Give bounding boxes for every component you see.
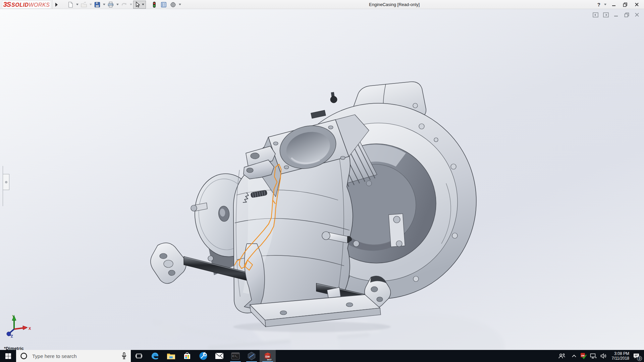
save-button[interactable] bbox=[93, 1, 102, 9]
save-dropdown[interactable] bbox=[102, 2, 106, 8]
cmd-prompt-text: C:\_ bbox=[232, 355, 238, 358]
store-icon bbox=[183, 352, 191, 360]
taskbar-app-edge[interactable] bbox=[147, 350, 163, 362]
main-toolbar bbox=[66, 0, 182, 9]
taskbar-app-file-explorer[interactable] bbox=[163, 350, 179, 362]
taskbar-app-store[interactable] bbox=[179, 350, 195, 362]
mail-icon bbox=[215, 353, 224, 359]
document-title: EngineCasing [Read-only] bbox=[369, 2, 420, 7]
minimize-button[interactable] bbox=[609, 1, 619, 9]
restore-button[interactable] bbox=[621, 1, 630, 9]
file-properties-button[interactable] bbox=[159, 1, 168, 9]
hexagon-app-icon bbox=[247, 352, 256, 360]
doc-minimize-button[interactable] bbox=[613, 12, 619, 17]
open-folder-icon bbox=[80, 1, 87, 8]
clock-time: 3:08 PM bbox=[614, 351, 629, 356]
command-prompt-icon: C:\_ bbox=[231, 352, 240, 360]
brand-mark: 3S bbox=[3, 1, 11, 8]
pane-right-icon[interactable] bbox=[603, 12, 609, 17]
solidworks-logo: 3SSOLIDWORKS bbox=[2, 0, 51, 9]
start-button[interactable] bbox=[0, 350, 16, 362]
action-center-button[interactable]: 3 bbox=[630, 350, 643, 362]
windows-taskbar: Type here to search bbox=[0, 350, 644, 362]
base-shadow bbox=[233, 321, 391, 332]
print-dropdown[interactable] bbox=[116, 2, 119, 8]
taskbar-app-solidworks[interactable]: SW 2017 bbox=[260, 350, 276, 362]
taskbar-app-command-prompt[interactable]: C:\_ bbox=[227, 350, 244, 362]
open-dropdown[interactable] bbox=[89, 2, 93, 8]
select-tool-dropdown[interactable] bbox=[141, 2, 145, 8]
brand-text: 3SSOLIDWORKS bbox=[3, 1, 50, 8]
task-view-icon bbox=[136, 353, 142, 359]
triad-y-label: Y bbox=[12, 314, 15, 318]
file-explorer-icon bbox=[167, 352, 175, 360]
hidden-icons-button[interactable] bbox=[570, 350, 578, 362]
edge-icon bbox=[151, 352, 159, 360]
divider bbox=[52, 0, 52, 9]
network-icon bbox=[590, 353, 597, 359]
people-button[interactable] bbox=[557, 350, 567, 362]
taskbar-app-composer[interactable] bbox=[244, 350, 260, 362]
people-icon bbox=[558, 353, 565, 359]
save-floppy-icon bbox=[94, 1, 101, 8]
engine-casing-model[interactable] bbox=[0, 9, 644, 350]
options-dropdown[interactable] bbox=[178, 2, 182, 8]
new-document-dropdown[interactable] bbox=[75, 2, 79, 8]
print-button[interactable] bbox=[106, 1, 115, 9]
task-view-button[interactable] bbox=[131, 350, 147, 362]
document-window-controls bbox=[592, 12, 640, 17]
speaker-icon bbox=[600, 353, 607, 359]
undo-icon bbox=[121, 1, 127, 8]
microphone-icon[interactable] bbox=[121, 352, 127, 360]
undo-button[interactable] bbox=[120, 1, 128, 9]
solidworks-status-tray[interactable]: sw bbox=[579, 350, 588, 362]
orientation-triad: Y X Z bbox=[5, 314, 33, 338]
taskbar-search[interactable]: Type here to search bbox=[16, 350, 131, 362]
network-button[interactable] bbox=[588, 350, 598, 362]
sw-icon-text: SW bbox=[265, 355, 270, 358]
open-button[interactable] bbox=[79, 1, 88, 9]
print-icon bbox=[107, 1, 114, 8]
select-cursor-icon bbox=[134, 1, 141, 8]
taskbar-clock[interactable]: 3:08 PM 7/11/2018 bbox=[608, 350, 629, 362]
close-button[interactable] bbox=[632, 1, 641, 9]
doc-restore-button[interactable] bbox=[624, 12, 630, 17]
undo-dropdown[interactable] bbox=[129, 2, 133, 8]
wrench-tool-icon bbox=[199, 352, 208, 360]
graphics-viewport[interactable]: Y X Z *Dimetric bbox=[0, 9, 644, 350]
windows-logo-icon bbox=[5, 353, 11, 359]
file-properties-icon bbox=[160, 1, 167, 8]
volume-button[interactable] bbox=[598, 350, 608, 362]
new-document-icon bbox=[67, 1, 74, 8]
cortana-icon bbox=[20, 352, 28, 360]
solidworks-2017-icon: SW 2017 bbox=[263, 351, 272, 361]
clock-date: 7/11/2018 bbox=[612, 356, 630, 361]
rebuild-button[interactable] bbox=[150, 1, 159, 9]
help-button[interactable]: ? bbox=[597, 1, 601, 9]
app-titlebar: 3SSOLIDWORKS bbox=[0, 0, 644, 9]
menu-flyout-arrow-icon[interactable] bbox=[54, 1, 59, 8]
new-document-button[interactable] bbox=[66, 1, 75, 9]
sw-icon-year: 2017 bbox=[267, 359, 272, 361]
search-placeholder: Type here to search bbox=[32, 353, 121, 359]
doc-close-button[interactable] bbox=[634, 12, 640, 17]
taskbar-app-support-tool[interactable] bbox=[195, 350, 211, 362]
options-button[interactable] bbox=[169, 1, 177, 9]
notification-badge: 3 bbox=[637, 356, 642, 361]
rebuild-traffic-light-icon bbox=[151, 1, 158, 8]
svg-text:sw: sw bbox=[581, 354, 585, 357]
triad-x-label: X bbox=[29, 326, 31, 330]
pane-left-icon[interactable] bbox=[592, 12, 598, 17]
taskbar-app-mail[interactable] bbox=[211, 350, 227, 362]
triad-z-label: Z bbox=[11, 334, 13, 338]
options-gear-icon bbox=[170, 1, 176, 8]
window-controls: ? bbox=[597, 0, 641, 9]
chevron-up-icon bbox=[572, 355, 576, 357]
solidworks-check-icon: sw bbox=[580, 353, 587, 359]
engine-casing-assembly bbox=[151, 82, 476, 327]
select-tool-button[interactable] bbox=[133, 1, 146, 9]
help-dropdown[interactable] bbox=[603, 1, 607, 9]
